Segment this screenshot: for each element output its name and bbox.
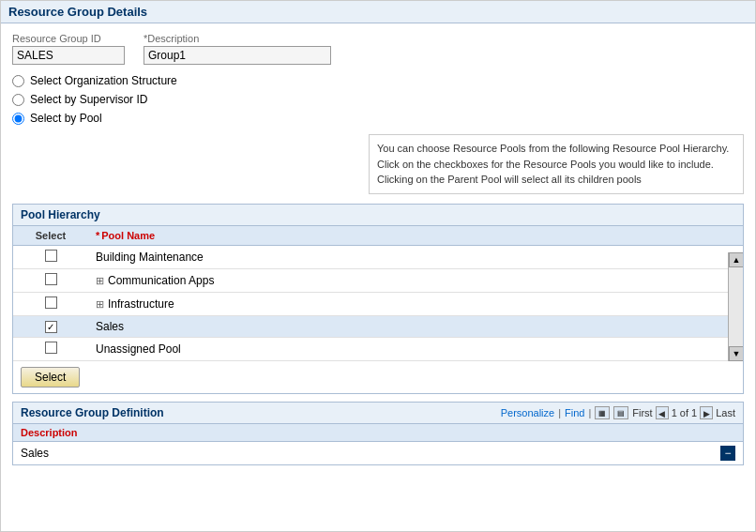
rgd-title: Resource Group Definition — [21, 406, 164, 419]
nav-controls: First ◀ 1 of 1 ▶ Last — [632, 406, 735, 419]
pool-row-1-name: Building Maintenance — [88, 245, 728, 268]
pool-row-5-select-cell — [13, 337, 88, 360]
pool-row-5-checkbox[interactable] — [45, 342, 57, 354]
next-arrow[interactable]: ▶ — [700, 406, 713, 419]
pool-row-5-name: Unassigned Pool — [88, 337, 728, 360]
select-btn-row: Select — [13, 361, 743, 393]
scrollbar: ▲ ▼ — [728, 252, 743, 361]
radio-org-input[interactable] — [12, 75, 24, 87]
form-row: Resource Group ID *Description — [12, 33, 744, 65]
col-scrollbar-space — [728, 226, 743, 246]
expand-icon-3[interactable]: ⊞ — [96, 298, 104, 310]
col-header-name: Pool Name — [88, 226, 728, 246]
resource-group-id-label: Resource Group ID — [12, 33, 125, 44]
pool-row-4-name: Sales — [88, 315, 728, 337]
table-row: Unassigned Pool — [13, 337, 743, 360]
table-row: Building Maintenance — [13, 245, 743, 268]
col-header-select: Select — [13, 226, 88, 246]
rgd-col-description-header: Description — [13, 424, 743, 442]
description-input[interactable] — [144, 46, 331, 65]
find-link[interactable]: Find — [565, 407, 584, 418]
table-row: ⊞Infrastructure — [13, 292, 743, 315]
pool-row-3-checkbox[interactable] — [45, 296, 57, 309]
last-label: Last — [716, 407, 735, 418]
page-info: 1 of 1 — [672, 407, 698, 418]
pool-row-4-checkbox[interactable] — [45, 321, 57, 333]
sep2: | — [588, 407, 591, 418]
main-content: Resource Group ID *Description Select Or… — [1, 23, 755, 475]
page-wrapper: Resource Group Details Resource Group ID… — [0, 0, 756, 532]
pool-row-3-name: ⊞Infrastructure — [88, 292, 728, 315]
grid-icon-btn[interactable]: ▦ — [595, 406, 610, 419]
rgd-controls: Personalize | Find | ▦ ▤ First ◀ 1 of 1 … — [501, 406, 735, 419]
pool-row-2-select-cell — [13, 268, 88, 292]
rgd-header: Resource Group Definition Personalize | … — [13, 403, 743, 424]
sep1: | — [558, 407, 561, 418]
table-row: ⊞Communication Apps — [13, 268, 743, 292]
resource-group-id-group: Resource Group ID — [12, 33, 125, 65]
prev-arrow[interactable]: ◀ — [656, 406, 669, 419]
expand-icon-2[interactable]: ⊞ — [96, 275, 104, 286]
first-label: First — [632, 407, 652, 418]
personalize-link[interactable]: Personalize — [501, 407, 554, 418]
rgd-data-row: Sales − — [13, 442, 743, 464]
pool-row-1-checkbox[interactable] — [45, 250, 57, 262]
pool-hierarchy-section: Pool Hierarchy Select Pool Name — [12, 204, 744, 394]
select-button[interactable]: Select — [21, 367, 80, 388]
page-title: Resource Group Details — [1, 1, 755, 23]
radio-supervisor-id: Select by Supervisor ID — [12, 93, 744, 106]
radio-supervisor-label: Select by Supervisor ID — [30, 93, 147, 106]
scroll-down-arrow[interactable]: ▼ — [729, 346, 743, 361]
radio-org-label: Select Organization Structure — [30, 74, 177, 87]
pool-row-3-select-cell — [13, 292, 88, 315]
info-spacer — [12, 134, 369, 194]
radio-pool: Select by Pool — [12, 112, 744, 125]
pool-table: Select Pool Name Building Maintenance — [13, 226, 743, 361]
table-icon-btn[interactable]: ▤ — [613, 406, 628, 419]
scroll-up-arrow[interactable]: ▲ — [729, 252, 743, 267]
radio-supervisor-input[interactable] — [12, 94, 24, 106]
pool-table-body: Building Maintenance ⊞Communication Apps — [13, 245, 743, 360]
resource-group-definition-section: Resource Group Definition Personalize | … — [12, 402, 744, 465]
pool-row-2-checkbox[interactable] — [45, 273, 57, 285]
radio-pool-input[interactable] — [12, 113, 24, 125]
description-group: *Description — [144, 33, 331, 65]
pool-hierarchy-title: Pool Hierarchy — [13, 205, 743, 226]
pool-row-1-select-cell — [13, 245, 88, 268]
rgd-data-value: Sales — [21, 447, 720, 460]
table-row: Sales — [13, 315, 743, 337]
pool-row-2-name: ⊞Communication Apps — [88, 268, 728, 292]
description-label: *Description — [144, 33, 331, 44]
info-text: You can choose Resource Pools from the f… — [369, 134, 744, 194]
info-row: You can choose Resource Pools from the f… — [12, 134, 744, 194]
radio-org-structure: Select Organization Structure — [12, 74, 744, 87]
pool-table-header-row: Select Pool Name — [13, 226, 743, 246]
remove-row-button[interactable]: − — [720, 446, 735, 461]
pool-table-wrapper: Select Pool Name Building Maintenance — [13, 226, 743, 361]
radio-pool-label: Select by Pool — [30, 112, 102, 125]
pool-row-4-select-cell — [13, 315, 88, 337]
resource-group-id-input[interactable] — [12, 46, 125, 65]
